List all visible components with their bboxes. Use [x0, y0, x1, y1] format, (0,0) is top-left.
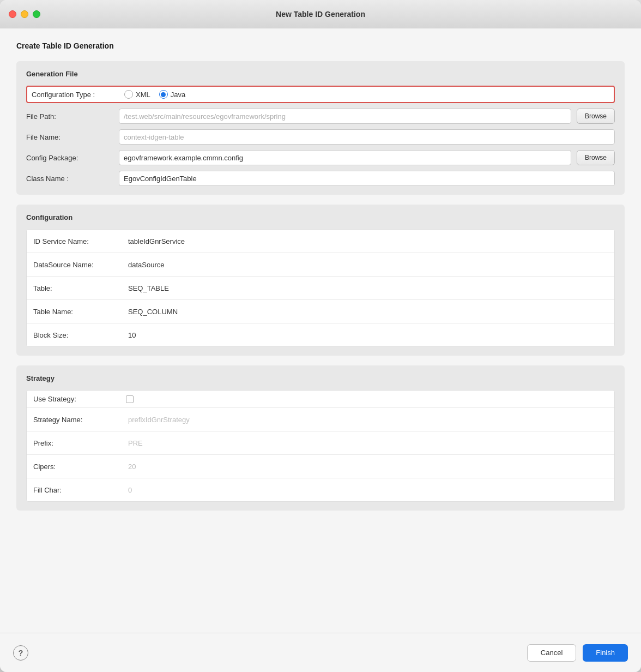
table-row: Table: [27, 277, 614, 300]
use-strategy-checkbox[interactable] [126, 395, 134, 403]
table-label: Table: [33, 284, 120, 292]
xml-radio-label: XML [136, 91, 150, 99]
java-radio-label: Java [171, 91, 185, 99]
use-strategy-row: Use Strategy: [27, 391, 614, 408]
strategy-section: Strategy Use Strategy: Strategy Name: Pr… [16, 365, 625, 511]
config-type-radio-group: XML Java [124, 90, 185, 99]
strategy-table: Use Strategy: Strategy Name: Prefix: [26, 390, 615, 502]
finish-button[interactable]: Finish [583, 644, 628, 662]
id-service-name-row: ID Service Name: [27, 230, 614, 253]
block-size-row: Block Size: [27, 323, 614, 346]
configuration-title: Configuration [26, 213, 615, 221]
file-path-row: File Path: Browse [26, 109, 615, 124]
prefix-row: Prefix: [27, 431, 614, 455]
id-service-name-input[interactable] [126, 234, 608, 248]
config-type-label: Configuration Type : [32, 91, 119, 99]
config-package-browse-button[interactable]: Browse [577, 150, 615, 165]
strategy-name-label: Strategy Name: [33, 416, 120, 424]
strategy-name-input[interactable] [126, 412, 608, 427]
table-name-row: Table Name: [27, 300, 614, 323]
generation-file-title: Generation File [26, 70, 615, 78]
datasource-name-input[interactable] [126, 257, 608, 272]
fill-char-input[interactable] [126, 483, 608, 497]
config-package-input[interactable] [119, 150, 571, 165]
file-path-label: File Path: [26, 112, 113, 121]
id-service-name-label: ID Service Name: [33, 237, 120, 245]
strategy-title: Strategy [26, 374, 615, 382]
cipers-label: Cipers: [33, 463, 120, 471]
minimize-button[interactable] [21, 10, 28, 18]
footer-right: Cancel Finish [527, 644, 628, 662]
file-name-input[interactable] [119, 129, 615, 145]
file-path-input[interactable] [119, 109, 571, 124]
title-bar: New Table ID Generation [0, 0, 641, 28]
block-size-label: Block Size: [33, 331, 120, 339]
close-button[interactable] [9, 10, 16, 18]
content-area: Create Table ID Generation Generation Fi… [0, 28, 641, 633]
cancel-button[interactable]: Cancel [527, 644, 576, 662]
fill-char-row: Fill Char: [27, 478, 614, 501]
footer: ? Cancel Finish [0, 633, 641, 672]
prefix-input[interactable] [126, 436, 608, 450]
configuration-section: Configuration ID Service Name: DataSourc… [16, 205, 625, 356]
table-input[interactable] [126, 281, 608, 295]
datasource-name-row: DataSource Name: [27, 253, 614, 277]
xml-radio-circle [124, 90, 133, 99]
use-strategy-label: Use Strategy: [33, 395, 120, 403]
prefix-label: Prefix: [33, 439, 120, 447]
fill-char-label: Fill Char: [33, 486, 120, 494]
java-radio-option[interactable]: Java [159, 90, 185, 99]
xml-radio-option[interactable]: XML [124, 90, 150, 99]
use-strategy-checkbox-wrapper [126, 395, 134, 403]
datasource-name-label: DataSource Name: [33, 261, 120, 269]
table-name-label: Table Name: [33, 308, 120, 316]
generation-file-section: Generation File Configuration Type : XML… [16, 61, 625, 195]
cipers-input[interactable] [126, 459, 608, 473]
file-path-browse-button[interactable]: Browse [577, 109, 615, 124]
config-package-label: Config Package: [26, 154, 113, 162]
file-name-label: File Name: [26, 133, 113, 141]
class-name-row: Class Name : [26, 171, 615, 186]
file-name-row: File Name: [26, 129, 615, 145]
maximize-button[interactable] [33, 10, 40, 18]
main-window: New Table ID Generation Create Table ID … [0, 0, 641, 672]
cipers-row: Cipers: [27, 455, 614, 478]
config-type-row: Configuration Type : XML Java [26, 86, 615, 103]
class-name-input[interactable] [119, 171, 615, 186]
page-subtitle: Create Table ID Generation [16, 41, 625, 50]
help-button[interactable]: ? [13, 645, 28, 661]
class-name-label: Class Name : [26, 175, 113, 183]
configuration-table: ID Service Name: DataSource Name: Table:… [26, 229, 615, 347]
table-name-input[interactable] [126, 304, 608, 319]
java-radio-circle [159, 90, 168, 99]
block-size-input[interactable] [126, 328, 608, 342]
window-title: New Table ID Generation [276, 10, 365, 19]
config-package-row: Config Package: Browse [26, 150, 615, 165]
window-controls [9, 10, 40, 18]
strategy-name-row: Strategy Name: [27, 408, 614, 431]
